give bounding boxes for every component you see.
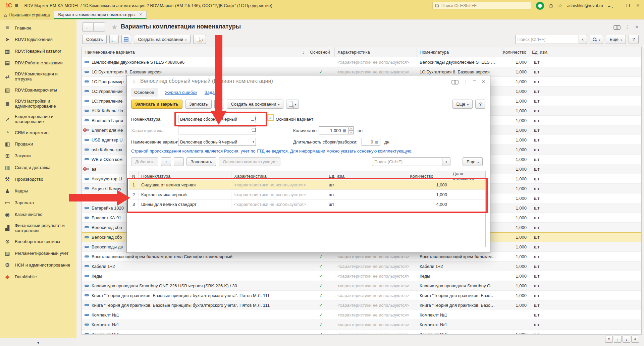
sidebar-item-finance[interactable]: ▟Финансовый результат и контроллинг xyxy=(0,220,76,236)
close-dialog-icon[interactable]: ✕ xyxy=(482,79,485,84)
maximize-button[interactable] xyxy=(625,3,631,8)
fill-button[interactable]: Заполнить xyxy=(186,157,216,166)
save-button[interactable]: Записать xyxy=(185,100,212,109)
sidebar-item-sales[interactable]: ◧Продажи xyxy=(0,138,76,150)
main-component-button[interactable]: Основная комплектующая xyxy=(219,157,280,166)
step-up-icon[interactable]: ▲ xyxy=(348,126,354,131)
save-and-close-button[interactable]: Записать и закрыть xyxy=(131,100,182,109)
tab-home[interactable]: ⌂ Начальная страница xyxy=(0,11,54,19)
tab-close-icon[interactable]: ✕ xyxy=(139,12,142,17)
clear-search-button[interactable]: x xyxy=(579,35,587,44)
tab-main[interactable]: Основное xyxy=(131,88,158,97)
sidebar-item-purchases[interactable]: ⊞Закупки xyxy=(0,150,76,162)
current-user[interactable]: ashishkin@rdv-it.ru xyxy=(567,3,603,8)
table-row[interactable]: Компеклт №1✓<характеристики не использую… xyxy=(82,320,641,330)
move-up-button[interactable]: ↑ xyxy=(161,157,171,166)
components-more-button[interactable]: Еще xyxy=(463,157,483,166)
list-settings-button[interactable] xyxy=(121,35,131,44)
minimize-button[interactable] xyxy=(615,3,621,8)
origin-info-text[interactable]: Страной происхождения комплекта является… xyxy=(131,149,413,154)
close-window-button[interactable] xyxy=(635,3,641,8)
favorites-star-icon[interactable]: ☆ xyxy=(558,3,562,9)
notifications-bell-icon[interactable] xyxy=(536,2,544,10)
sidebar-item-crm[interactable]: ◔CRM и маркетинг xyxy=(0,127,76,138)
column-name[interactable]: Наименование варианта ↓ xyxy=(82,47,307,57)
variant-name-field[interactable]: Велосипед сборный черный ▼ xyxy=(178,138,256,146)
sidebar-item-budgeting[interactable]: ↗Бюджетирование и планирование xyxy=(0,111,76,127)
step-down-icon[interactable]: ▼ xyxy=(348,131,354,135)
duration-field[interactable]: 0 ▦ xyxy=(362,138,380,146)
sidebar-more-chevron-icon[interactable]: ▼ xyxy=(0,341,76,345)
sidebar-item-catalog[interactable]: ▦RDV:Товарный каталог xyxy=(0,45,76,57)
clear-search-button[interactable]: x xyxy=(442,157,450,166)
scroll-up-button[interactable]: ↑ xyxy=(614,336,622,343)
add-row-button[interactable]: Добавить xyxy=(131,157,158,166)
scroll-top-button[interactable]: ⇑ xyxy=(605,336,613,343)
tab-error-log[interactable]: Журнал ошибок xyxy=(165,90,197,95)
sidebar-item-connections[interactable]: ➤RDV:Подключения xyxy=(0,34,76,45)
table-row[interactable]: 1Велосипеды двухколесные STELS 40880696<… xyxy=(82,57,641,67)
quantity-stepper[interactable]: ▲ ▼ xyxy=(348,126,354,134)
table-row[interactable]: Кеды✓<характеристики не используются>Кед… xyxy=(82,271,641,281)
column-nomenclature[interactable]: Номенклатура xyxy=(417,47,502,57)
sidebar-item-regulated[interactable]: ▨Регламентированный учет xyxy=(0,247,76,259)
more-button[interactable]: Еще xyxy=(606,35,626,44)
favorite-star-icon[interactable]: ☆ xyxy=(131,78,136,84)
main-menu-icon[interactable]: ≡ xyxy=(15,2,18,9)
get-link-icon[interactable] xyxy=(451,80,458,83)
favorite-star-icon[interactable]: ★ xyxy=(111,23,117,31)
column-main[interactable]: Основной xyxy=(307,47,335,57)
more-menu-icon[interactable]: ⋮ xyxy=(463,79,468,84)
sidebar-item-assets[interactable]: ⊛Внеоборотные активы xyxy=(0,236,76,247)
get-link-icon[interactable] xyxy=(613,25,620,29)
table-row[interactable]: Кабели 1+2✓<характеристики не используют… xyxy=(82,262,641,271)
calculator-icon[interactable]: ▦ xyxy=(375,140,378,144)
components-search-input[interactable] xyxy=(372,157,442,166)
quantity-field[interactable]: 1,000 ▦ xyxy=(319,126,348,134)
back-button[interactable]: ← xyxy=(82,22,94,32)
table-row[interactable]: Восстанавливающий крем-бальзам для тела … xyxy=(82,252,641,262)
sidebar-item-orders[interactable]: ▤RDV:Работа с заказами xyxy=(0,57,76,69)
scroll-bottom-button[interactable]: ⇓ xyxy=(631,336,639,343)
print-report-button[interactable] xyxy=(286,100,299,109)
forward-button[interactable]: → xyxy=(94,22,105,32)
history-icon[interactable]: ◷ xyxy=(549,3,553,9)
column-quantity[interactable]: Количество xyxy=(502,47,529,57)
table-row[interactable]: Компеклт №1✓<характеристики не использую… xyxy=(82,330,641,335)
create-group-button[interactable] xyxy=(109,35,119,44)
table-row[interactable]: Книга "Теория для практиков. Базовые при… xyxy=(82,300,641,310)
list-search-input[interactable] xyxy=(515,35,579,44)
sidebar-item-production[interactable]: ⚒Производство xyxy=(0,173,76,185)
table-row[interactable]: Книга "Теория для практиков. Базовые при… xyxy=(82,291,641,300)
column-characteristic[interactable]: Характеристика xyxy=(335,47,417,57)
sidebar-item-menu[interactable]: ≡Главное xyxy=(0,22,76,34)
create-button[interactable]: Создать xyxy=(82,35,107,44)
display-settings-icon[interactable]: ≡ xyxy=(608,3,610,8)
tab-variants[interactable]: Варианты комплектации номенклатуры ✕ xyxy=(54,11,146,19)
sidebar-item-warehouse[interactable]: ▥Склад и доставка xyxy=(0,162,76,173)
sidebar-item-salary[interactable]: ▭Зарплата xyxy=(0,197,76,209)
sidebar-item-nsi[interactable]: ⚙НСИ и администрирование xyxy=(0,259,76,271)
scroll-down-button[interactable]: ↓ xyxy=(623,336,630,343)
global-search-input[interactable] xyxy=(441,3,522,8)
sidebar-item-treasury[interactable]: ◉Казначейство xyxy=(0,209,76,220)
main-variant-checkbox[interactable]: ✓ xyxy=(268,115,273,120)
column-unit[interactable]: Ед. изм. xyxy=(529,47,641,57)
more-menu-icon[interactable]: ⋮ xyxy=(625,24,630,30)
dropdown-chevron-icon[interactable]: ▼ xyxy=(251,138,256,146)
move-down-button[interactable]: ↓ xyxy=(174,157,184,166)
sidebar-item-settlements[interactable]: ▧RDV:Взаиморасчеты xyxy=(0,84,76,96)
sidebar-item-hr[interactable]: ♟Кадры xyxy=(0,185,76,197)
sidebar-item-datamobile[interactable]: ◆DataMobile xyxy=(0,271,76,283)
advanced-search-button[interactable] xyxy=(590,35,603,44)
create-based-on-button[interactable]: Создать на основании xyxy=(134,35,191,44)
maximize-dialog-icon[interactable] xyxy=(473,80,476,83)
table-row[interactable]: Клавиатура проводная Smartbuy ONE 226 US… xyxy=(82,281,641,291)
calculator-icon[interactable]: ▦ xyxy=(343,128,346,133)
print-report-button[interactable] xyxy=(193,35,206,44)
sidebar-item-shipping[interactable]: ⇄RDV:Комплектация и отгрузка xyxy=(0,69,76,84)
help-button[interactable]: ? xyxy=(629,35,639,44)
help-button[interactable]: ? xyxy=(475,100,485,109)
create-based-on-button[interactable]: Создать на основании xyxy=(227,100,283,109)
table-row[interactable]: Компеклт №1✓<характеристики не использую… xyxy=(82,310,641,320)
